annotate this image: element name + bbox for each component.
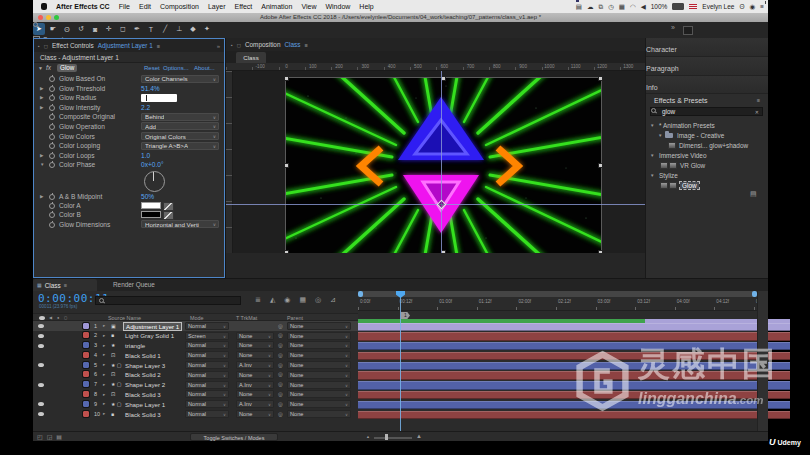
comp-mini-flowchart-icon[interactable]: ≣ bbox=[255, 296, 261, 304]
effect-expander-icon[interactable]: ▼ bbox=[38, 65, 43, 71]
composition-viewer[interactable] bbox=[226, 71, 645, 253]
composition-canvas[interactable] bbox=[286, 78, 601, 253]
layer-expander-icon[interactable]: ▸ bbox=[103, 343, 105, 348]
pick-whip-icon[interactable]: ◎ bbox=[278, 342, 283, 348]
work-area-bar[interactable] bbox=[358, 291, 757, 297]
timeline-search-field[interactable] bbox=[95, 296, 241, 305]
property-dropdown[interactable]: Triangle A>B>A bbox=[141, 142, 219, 150]
stopwatch-icon[interactable] bbox=[49, 212, 55, 218]
selection-handle[interactable] bbox=[285, 251, 288, 253]
spotlight-icon[interactable]: ʘ bbox=[739, 3, 744, 11]
character-panel-header[interactable]: Character bbox=[646, 38, 768, 57]
layer-row[interactable]: 5 ▸ ★ ▢ Shape Layer 3 Normal A.Inv ◎ Non… bbox=[33, 360, 391, 370]
stopwatch-icon[interactable] bbox=[49, 222, 55, 228]
eye-icon[interactable] bbox=[38, 324, 44, 328]
pick-whip-icon[interactable]: ◎ bbox=[278, 371, 283, 377]
pen-tool-icon[interactable]: ✒ bbox=[131, 23, 143, 35]
tree-item-label[interactable]: Image - Creative bbox=[677, 132, 724, 139]
stopwatch-icon[interactable] bbox=[49, 86, 55, 92]
eye-icon[interactable] bbox=[38, 344, 44, 348]
track-matte-dropdown[interactable]: None bbox=[236, 410, 274, 418]
audio-column-icon[interactable]: ◀ bbox=[49, 315, 52, 320]
stopwatch-icon[interactable] bbox=[49, 114, 55, 120]
layer-expander-icon[interactable]: ▸ bbox=[103, 352, 105, 357]
menu-item[interactable]: Composition bbox=[160, 3, 199, 10]
stopwatch-icon[interactable] bbox=[49, 124, 55, 130]
color-swatch[interactable] bbox=[141, 211, 161, 218]
property-expander-icon[interactable]: ▶ bbox=[40, 86, 43, 91]
pick-whip-icon[interactable]: ◎ bbox=[278, 352, 283, 358]
layer-row[interactable]: 7 ▸ ★ ▢ Shape Layer 2 Normal A.Inv ◎ Non… bbox=[33, 380, 391, 390]
tree-item[interactable]: ▼ * Animation Presets bbox=[646, 120, 768, 130]
parent-dropdown[interactable]: None bbox=[287, 390, 351, 398]
panel-menu-icon[interactable]: ≡ bbox=[757, 97, 760, 103]
pick-whip-icon[interactable]: ◎ bbox=[278, 411, 283, 417]
layer-row[interactable]: 4 ▸ ⊡ Black Solid 1 Normal None ◎ None bbox=[33, 350, 391, 360]
selection-handle[interactable] bbox=[285, 164, 288, 167]
workspace-bar-icon[interactable] bbox=[683, 26, 693, 35]
selection-handle[interactable] bbox=[599, 251, 602, 253]
property-value[interactable]: 1.0 bbox=[141, 152, 150, 159]
layer-label-chip[interactable] bbox=[83, 371, 89, 377]
tab-composition[interactable]: Composition bbox=[245, 41, 281, 48]
timeline-zoom-knob[interactable] bbox=[385, 434, 388, 440]
blend-mode-dropdown[interactable]: Screen bbox=[185, 332, 229, 340]
menu-item[interactable]: Layer bbox=[208, 3, 226, 10]
menu-item[interactable]: File bbox=[119, 3, 130, 10]
parent-dropdown[interactable]: None bbox=[287, 381, 351, 389]
track-matte-dropdown[interactable]: None bbox=[236, 390, 274, 398]
panel-lock-icon[interactable]: ◻ bbox=[237, 42, 241, 48]
cloud-icon[interactable]: ☁ bbox=[587, 3, 594, 11]
solo-column-icon[interactable]: ● bbox=[57, 315, 59, 320]
track-matte-dropdown[interactable]: A.Inv bbox=[236, 400, 274, 408]
layer-row[interactable]: 10 ▸ ■ Black Solid 3 Normal None ◎ None bbox=[33, 409, 391, 419]
selection-handle[interactable] bbox=[442, 77, 445, 80]
user-name[interactable]: Evelyn Lee bbox=[702, 3, 734, 10]
layer-expander-icon[interactable]: ▸ bbox=[103, 362, 105, 367]
tree-item-label[interactable]: Immersive Video bbox=[659, 152, 706, 159]
property-value[interactable]: 51.4% bbox=[141, 85, 160, 92]
layer-row[interactable]: 3 ▸ ★ triangle Normal None ◎ None bbox=[33, 341, 391, 351]
new-animation-preset-icon[interactable]: ▤ bbox=[750, 190, 757, 198]
tree-item[interactable]: ▼ Stylize bbox=[646, 170, 768, 180]
blend-mode-dropdown[interactable]: Normal bbox=[185, 400, 229, 408]
blend-mode-dropdown[interactable]: Normal bbox=[185, 341, 229, 349]
tree-item-label[interactable]: Dimensi... glow+shadow bbox=[679, 142, 748, 149]
selection-handle[interactable] bbox=[442, 251, 445, 253]
layer-label-chip[interactable] bbox=[83, 323, 89, 329]
twirl-icon[interactable]: ▼ bbox=[650, 173, 657, 178]
camera-tool-icon[interactable]: ◙ bbox=[89, 23, 101, 35]
parent-dropdown[interactable]: None bbox=[287, 341, 351, 349]
layer-name[interactable]: Light Gray Solid 1 bbox=[125, 332, 174, 339]
blend-mode-dropdown[interactable]: Normal bbox=[185, 322, 229, 330]
pick-whip-icon[interactable]: ◎ bbox=[278, 332, 283, 338]
tree-item-label[interactable]: Stylize bbox=[659, 172, 678, 179]
eye-icon[interactable] bbox=[38, 402, 44, 406]
hand-tool-icon[interactable]: ☛ bbox=[47, 23, 59, 35]
stopwatch-icon[interactable] bbox=[49, 162, 55, 168]
type-tool-icon[interactable]: T bbox=[145, 23, 157, 35]
layer-expander-icon[interactable]: ▸ bbox=[103, 372, 105, 377]
input-language-flag-icon[interactable] bbox=[689, 4, 697, 9]
effects-presets-panel-header[interactable]: Effects & Presets ≡ bbox=[646, 94, 768, 107]
stopwatch-icon[interactable] bbox=[49, 134, 55, 140]
pick-whip-icon[interactable]: ◎ bbox=[278, 401, 283, 407]
panel-drag-icon[interactable]: ▪ bbox=[231, 42, 233, 48]
layer-label-chip[interactable] bbox=[83, 381, 89, 387]
layer-label-chip[interactable] bbox=[83, 401, 89, 407]
zoom-tool-icon[interactable]: ʘ bbox=[61, 23, 73, 35]
twirl-icon[interactable]: ▼ bbox=[650, 153, 657, 158]
panel-overflow-icon[interactable]: » bbox=[217, 43, 220, 49]
track-matte-dropdown[interactable]: A.Inv bbox=[236, 361, 274, 369]
eye-icon[interactable] bbox=[38, 412, 44, 416]
layer-row[interactable]: 2 ▸ ■ Light Gray Solid 1 Screen None ◎ N… bbox=[33, 331, 391, 341]
vertical-ruler[interactable] bbox=[226, 71, 233, 253]
tree-item[interactable]: Dimensi... glow+shadow bbox=[646, 140, 768, 150]
volume-icon[interactable]: ◀ bbox=[641, 3, 646, 11]
siri-icon[interactable]: ◉ bbox=[750, 3, 756, 11]
menu-item[interactable]: Animation bbox=[261, 3, 292, 10]
work-area-start-handle[interactable] bbox=[358, 291, 363, 297]
property-expander-icon[interactable]: ▶ bbox=[40, 105, 43, 110]
blend-mode-dropdown[interactable]: Normal bbox=[185, 351, 229, 359]
hide-shy-icon[interactable]: ◉ bbox=[284, 296, 290, 304]
